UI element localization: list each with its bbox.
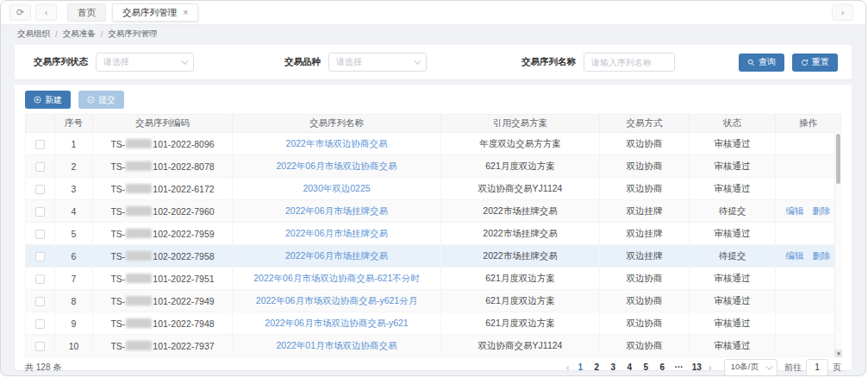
plan-cell: 年度双边交易方方案 [441,133,600,155]
page-size-value: 10条/页 [731,362,759,373]
sequence-name-cell: 2022年市场双边协商交易 [233,133,441,155]
refresh-button[interactable]: ⟳ [9,4,31,21]
row-checkbox[interactable] [35,162,45,172]
plan-cell: 2022市场挂牌交易 [441,245,600,268]
filter-buttons: 查询 重置 [739,54,838,72]
redacted-text [126,296,152,306]
sequence-name-input[interactable] [584,53,675,72]
row-checkbox[interactable] [35,185,45,194]
sequence-name-link[interactable]: 2022年06月市场挂牌交易 [285,205,388,216]
operation-cell [776,268,841,290]
row-checkbox[interactable] [35,297,45,306]
redacted-text [126,206,152,216]
scrollbar-down-arrow[interactable]: ▼ [835,350,842,357]
sequence-name-link[interactable]: 2022年06月市场双边协商交易-621不分时 [253,273,420,283]
edit-link[interactable]: 编辑 [786,250,804,261]
query-button[interactable]: 查询 [739,54,784,72]
table-header-row: 序号 交易序列编码 交易序列名称 引用交易方案 交易方式 状态 操作 [26,115,841,133]
method-cell: 双边协商 [600,268,690,290]
sequence-name-link[interactable]: 2022年06月市场双边协商交易 [276,161,397,171]
variety-filter-label: 交易品种 [284,56,321,68]
page-number[interactable]: 4 [626,362,634,372]
refresh-icon: ⟳ [16,8,24,17]
row-checkbox-cell [26,223,55,245]
row-checkbox[interactable] [35,319,45,329]
sequence-name-cell: 2022年06月市场双边协商交易-y621分月 [233,290,441,312]
sequence-name-link[interactable]: 2022年06月市场双边协商交易-y621分月 [256,295,417,306]
status-cell: 审核通过 [690,312,776,335]
delete-link[interactable]: 删除 [813,205,831,216]
edit-link[interactable]: 编辑 [786,205,804,216]
total-count: 共 128 条 [25,362,61,374]
submit-button[interactable]: 提交 [78,91,124,109]
row-checkbox[interactable] [35,207,45,217]
redacted-text [126,341,152,350]
page-number[interactable]: 13 [692,362,702,372]
submit-button-label: 提交 [98,94,116,106]
vertical-scrollbar[interactable]: ▼ [834,132,841,357]
status-select[interactable]: 请选择 [96,53,194,72]
sequence-name-link[interactable]: 2022年06月市场挂牌交易 [285,250,388,261]
reset-button-label: 重置 [812,56,829,68]
pagination: ‹ 123456···13 › 10条/页 前往 页 [566,359,841,376]
page-number[interactable]: 5 [642,362,650,372]
row-checkbox[interactable] [35,252,45,261]
prev-page-button[interactable]: ‹ [566,362,570,373]
chevron-down-icon [181,57,188,64]
variety-select-placeholder: 请选择 [336,56,362,68]
sequence-name-cell: 2022年06月市场双边协商交易-621不分时 [233,268,441,290]
sequence-table: 序号 交易序列编码 交易序列名称 引用交易方案 交易方式 状态 操作 1TS-1… [25,114,841,357]
breadcrumb: 交易组织 / 交易准备 / 交易序列管理 [1,25,865,42]
variety-select[interactable]: 请选择 [328,53,427,72]
operation-cell [776,290,841,312]
row-checkbox[interactable] [35,140,45,149]
row-checkbox[interactable] [35,274,45,284]
breadcrumb-item[interactable]: 交易组织 [17,28,50,40]
goto-unit: 页 [833,362,841,374]
sequence-name-link[interactable]: 2030年双边0225 [303,183,370,193]
next-page-button[interactable]: › [709,362,712,373]
sequence-name-cell: 2022年06月市场双边协商交易-y621 [233,312,441,335]
operation-cell [776,133,841,155]
scroll-tabs-right-button[interactable]: › [832,4,853,21]
sequence-name-link[interactable]: 2022年06月市场挂牌交易 [285,228,388,238]
row-index-cell: 4 [55,200,93,223]
tab-home[interactable]: 首页 [67,3,106,22]
row-checkbox-cell [26,290,55,312]
row-checkbox[interactable] [35,230,45,239]
query-button-label: 查询 [759,56,776,68]
method-cell: 双边协商 [600,312,690,335]
goto-page-input[interactable] [806,359,828,376]
status-filter-label: 交易序列状态 [34,56,88,68]
page-number[interactable]: 3 [609,362,617,372]
method-cell: 双边协商 [600,335,690,357]
tab-transaction-sequence[interactable]: 交易序列管理 × [112,3,198,22]
scroll-tabs-left-button[interactable]: ‹ [35,4,57,21]
page-number[interactable]: 6 [659,362,666,372]
redacted-text [126,229,152,238]
sequence-name-link[interactable]: 2022年市场双边协商交易 [286,138,388,148]
header-checkbox-cell [26,115,55,133]
operation-cell: 编辑删除 [776,245,841,268]
page-number[interactable]: 1 [577,362,584,372]
scrollbar-thumb[interactable] [836,134,840,184]
reset-button[interactable]: 重置 [792,54,838,72]
breadcrumb-item[interactable]: 交易准备 [63,28,96,40]
table-row: 6TS-102-2022-79582022年06月市场挂牌交易2022市场挂牌交… [26,245,841,268]
page-number[interactable]: 2 [593,362,601,372]
sequence-name-cell: 2022年06月市场挂牌交易 [233,200,441,223]
sequence-name-link[interactable]: 2022年06月市场双边协商交易-y621 [265,318,408,328]
new-button[interactable]: 新建 [25,91,71,109]
row-checkbox[interactable] [35,342,45,351]
operation-cell [776,335,841,357]
plan-cell: 621月度双边方案 [441,290,600,312]
row-index-cell: 7 [55,268,93,290]
delete-link[interactable]: 删除 [813,250,831,261]
sequence-name-link[interactable]: 2022年01月市场双边协商交易 [276,340,397,350]
filter-name-group: 交易序列名称 [521,53,675,72]
close-icon[interactable]: × [183,8,188,17]
redacted-text [126,251,152,261]
header-name: 交易序列名称 [233,115,441,133]
redacted-text [126,318,152,328]
page-size-select[interactable]: 10条/页 [724,359,777,376]
